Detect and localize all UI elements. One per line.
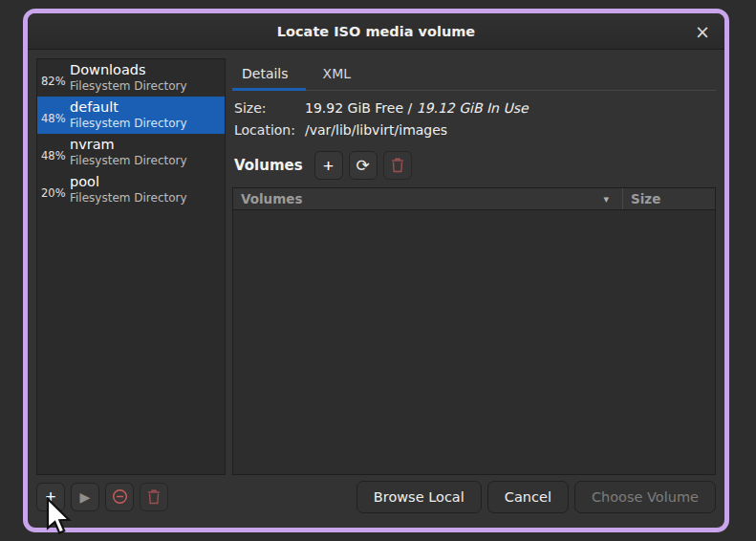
close-icon: × xyxy=(695,21,710,42)
pool-usage-percent: 82% xyxy=(41,67,70,88)
pool-name: pool xyxy=(70,173,187,190)
pool-item-default[interactable]: 48% default Filesystem Directory xyxy=(37,97,225,134)
dialog-footer: + ▶ xyxy=(36,475,716,528)
pool-item-pool[interactable]: 20% pool Filesystem Directory xyxy=(37,171,225,208)
pool-name: default xyxy=(70,98,187,116)
location-value: /var/lib/libvirt/images xyxy=(305,122,447,138)
volumes-table-body[interactable] xyxy=(233,210,715,474)
add-pool-button[interactable]: + xyxy=(36,483,65,511)
cancel-button[interactable]: Cancel xyxy=(487,481,569,513)
sort-descending-icon: ▾ xyxy=(603,193,609,206)
trash-icon xyxy=(147,489,161,505)
pane-splitter[interactable] xyxy=(226,58,232,475)
size-label: Size: xyxy=(234,100,305,116)
pool-name: Downloads xyxy=(70,61,187,78)
choose-volume-button[interactable]: Choose Volume xyxy=(574,481,716,513)
pool-type: Filesystem Directory xyxy=(70,79,187,94)
dialog-title: Locate ISO media volume xyxy=(277,24,475,39)
pool-type: Filesystem Directory xyxy=(70,117,187,131)
dialog-content: 82% Downloads Filesystem Directory 48% d… xyxy=(28,50,724,528)
pool-details-pane: Details XML Size: 19.92 GiB Free / 19.12… xyxy=(232,58,716,475)
storage-pool-list: 82% Downloads Filesystem Directory 48% d… xyxy=(36,58,226,475)
plus-icon: + xyxy=(45,487,55,506)
pool-usage-percent: 48% xyxy=(41,104,70,125)
stop-pool-button[interactable] xyxy=(105,483,134,511)
volumes-toolbar: Volumes + ⟳ xyxy=(232,146,716,187)
volumes-table: Volumes ▾ Size xyxy=(232,187,716,475)
tab-xml[interactable]: XML xyxy=(306,58,368,91)
close-button[interactable]: × xyxy=(688,17,717,46)
volumes-table-header: Volumes ▾ Size xyxy=(233,188,715,210)
play-icon: ▶ xyxy=(80,490,91,504)
pool-item-nvram[interactable]: 48% nvram Filesystem Directory xyxy=(37,134,225,171)
refresh-volumes-button[interactable]: ⟳ xyxy=(349,151,378,180)
add-volume-button[interactable]: + xyxy=(314,151,343,180)
pool-name: nvram xyxy=(70,136,187,153)
tab-details[interactable]: Details xyxy=(232,58,306,91)
pool-usage-percent: 20% xyxy=(41,179,70,200)
pool-type: Filesystem Directory xyxy=(70,154,187,168)
location-row: Location: /var/lib/libvirt/images xyxy=(234,122,716,138)
details-tabbar: Details XML xyxy=(232,58,716,91)
locate-iso-dialog: Locate ISO media volume × 82% Downloads … xyxy=(23,9,729,532)
trash-icon xyxy=(391,158,404,173)
plus-icon: + xyxy=(323,157,334,175)
browse-local-button[interactable]: Browse Local xyxy=(356,481,482,513)
pool-type: Filesystem Directory xyxy=(70,191,187,206)
pool-info: Size: 19.92 GiB Free / 19.12 GiB In Use … xyxy=(232,91,716,146)
location-label: Location: xyxy=(234,122,305,138)
size-row: Size: 19.92 GiB Free / 19.12 GiB In Use xyxy=(234,100,716,116)
column-header-volumes[interactable]: Volumes ▾ xyxy=(233,188,623,209)
stop-icon xyxy=(112,488,128,505)
column-header-size[interactable]: Size xyxy=(623,188,715,209)
delete-volume-button[interactable] xyxy=(383,151,412,180)
delete-pool-button[interactable] xyxy=(140,483,168,511)
pool-usage-percent: 48% xyxy=(41,141,70,162)
pool-item-downloads[interactable]: 82% Downloads Filesystem Directory xyxy=(37,59,225,97)
volumes-section-title: Volumes xyxy=(234,157,303,174)
refresh-icon: ⟳ xyxy=(356,158,370,174)
size-value: 19.92 GiB Free / 19.12 GiB In Use xyxy=(305,100,529,116)
start-pool-button[interactable]: ▶ xyxy=(71,483,99,511)
titlebar: Locate ISO media volume × xyxy=(28,13,724,50)
pool-actions: + ▶ xyxy=(36,483,168,511)
